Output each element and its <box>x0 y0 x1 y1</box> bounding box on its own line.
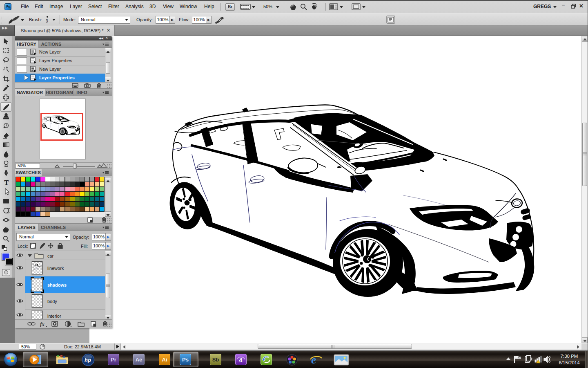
svg-text:!: ! <box>537 360 538 363</box>
svg-text:T: T <box>4 179 9 186</box>
svg-text:e: e <box>311 353 316 366</box>
svg-text:4: 4 <box>239 357 243 364</box>
svg-text:fx: fx <box>40 321 45 327</box>
